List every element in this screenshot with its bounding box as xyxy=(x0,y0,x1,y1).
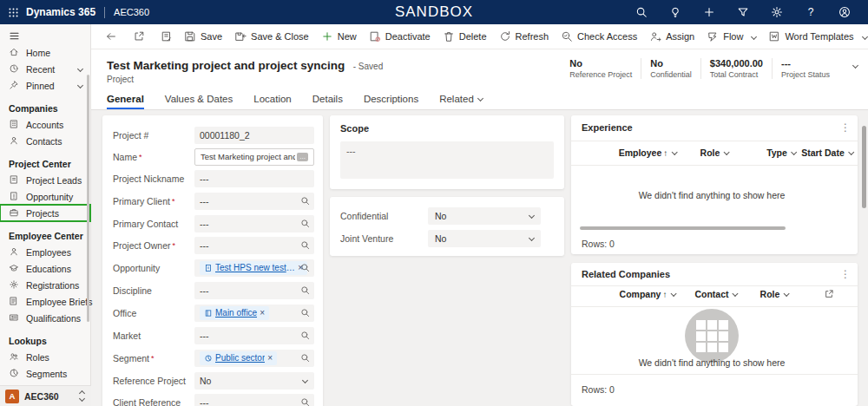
sidebar-item-home[interactable]: Home xyxy=(0,44,90,61)
sidebar-item-accounts[interactable]: Accounts xyxy=(0,116,90,133)
refresh-button[interactable]: Refresh xyxy=(493,26,556,47)
save-and-close-button[interactable]: Save & Close xyxy=(228,26,315,47)
sidebar-item-registrations[interactable]: Registrations xyxy=(0,277,90,293)
app-name[interactable]: AEC360 xyxy=(114,7,149,17)
search-icon[interactable] xyxy=(300,353,310,363)
sidebar-item-opportunity[interactable]: Opportunity xyxy=(0,188,90,205)
tab-values-dates[interactable]: Values & Dates xyxy=(165,94,233,109)
remove-office-icon[interactable]: × xyxy=(260,306,265,320)
check-access-button[interactable]: Check Access xyxy=(555,26,643,47)
avatar[interactable] xyxy=(833,3,856,22)
plus-icon[interactable] xyxy=(698,3,720,22)
office-input[interactable]: Main office × xyxy=(194,304,314,322)
market-input[interactable]: --- xyxy=(194,327,314,344)
search-icon[interactable] xyxy=(300,397,310,406)
flow-button[interactable]: Flow xyxy=(700,26,762,47)
column-company[interactable]: Company↑ xyxy=(620,289,676,299)
segment-link[interactable]: Public sector xyxy=(215,351,265,365)
column-contact[interactable]: Contact xyxy=(694,289,737,299)
open-record-set-button[interactable] xyxy=(128,26,150,47)
app-switcher[interactable]: A AEC360 xyxy=(0,385,91,406)
name-input[interactable]: Test Marketing project and projec ... xyxy=(194,148,314,166)
search-icon[interactable] xyxy=(300,331,310,340)
chevron-down-icon[interactable] xyxy=(77,82,83,88)
summary-total-contract: $340,000.00 Total Contract xyxy=(700,58,772,79)
opportunity-input[interactable]: Test HPS new test opportu... × xyxy=(194,259,314,277)
sidebar-item-educations[interactable]: Educations xyxy=(0,260,90,277)
field-project-owner: Project Owner* --- xyxy=(102,237,323,254)
waffle-menu-icon[interactable] xyxy=(0,0,26,24)
word-templates-button[interactable]: Word Templates xyxy=(762,26,868,47)
assign-button[interactable]: Assign xyxy=(643,26,700,47)
column-type[interactable]: Type xyxy=(766,147,796,158)
sidebar-item-contacts[interactable]: Contacts xyxy=(0,133,90,149)
segment-input[interactable]: Public sector × xyxy=(194,350,314,367)
save-button[interactable]: Save xyxy=(178,26,228,47)
search-icon[interactable] xyxy=(300,196,310,206)
lightbulb-icon[interactable] xyxy=(664,3,687,22)
collapse-header-icon[interactable] xyxy=(852,62,858,69)
open-in-new-icon[interactable] xyxy=(824,289,834,299)
search-icon[interactable] xyxy=(630,3,653,22)
new-button[interactable]: New xyxy=(315,26,363,47)
sidebar-item-qualifications[interactable]: Qualifications xyxy=(0,310,90,326)
column-role[interactable]: Role xyxy=(760,289,789,299)
help-icon[interactable]: ? xyxy=(799,3,822,22)
confidential-select[interactable]: No xyxy=(428,207,541,225)
empty-state-message: We didn't find anything to show here xyxy=(639,357,786,368)
project-nickname-input[interactable]: --- xyxy=(194,170,314,187)
hamburger-icon[interactable] xyxy=(0,27,90,44)
sidebar-scrollbar[interactable] xyxy=(87,75,89,322)
chevron-down-icon xyxy=(783,291,789,297)
dynamics-brand[interactable]: Dynamics 365 xyxy=(26,6,95,18)
client-reference-input[interactable]: --- xyxy=(194,394,314,406)
column-employee[interactable]: Employee↑ xyxy=(619,147,677,158)
sidebar-item-segments[interactable]: Segments xyxy=(0,365,90,382)
gear-icon[interactable] xyxy=(766,3,788,22)
kebab-menu-icon[interactable]: ⋮ xyxy=(840,269,851,279)
office-link[interactable]: Main office xyxy=(215,306,257,320)
tab-location[interactable]: Location xyxy=(253,94,291,109)
sidebar-item-recent[interactable]: Recent xyxy=(0,61,90,77)
deactivate-button[interactable]: Deactivate xyxy=(363,26,437,47)
tab-descriptions[interactable]: Descriptions xyxy=(364,94,418,109)
scope-textarea[interactable]: --- xyxy=(340,141,554,179)
horizontal-scrollbar[interactable] xyxy=(580,226,786,230)
column-role[interactable]: Role xyxy=(700,147,729,158)
sidebar-item-employee-briefs[interactable]: Employee Briefs xyxy=(0,293,90,310)
sidebar-item-employees[interactable]: Employees xyxy=(0,244,90,260)
tab-details[interactable]: Details xyxy=(312,94,343,109)
tab-related[interactable]: Related xyxy=(439,94,483,109)
form-selector-button[interactable] xyxy=(155,26,178,47)
search-icon[interactable] xyxy=(300,308,310,318)
sidebar-item-project-leads[interactable]: Project Leads xyxy=(0,172,90,188)
project-number-input[interactable]: 00001180_2 xyxy=(194,127,314,144)
sidebar-item-roles[interactable]: Roles xyxy=(0,349,90,365)
search-icon[interactable] xyxy=(300,263,310,272)
column-start-date[interactable]: Start Date xyxy=(801,147,853,158)
experience-grid: Experience ⋮ Employee↑ Role Type Start D… xyxy=(571,115,858,254)
search-icon[interactable] xyxy=(300,285,310,295)
project-owner-input[interactable]: --- xyxy=(194,237,314,254)
opportunity-link[interactable]: Test HPS new test opportu... xyxy=(215,261,295,275)
filter-icon[interactable] xyxy=(732,3,754,22)
tab-general[interactable]: General xyxy=(107,94,144,109)
reference-project-select[interactable]: No xyxy=(194,372,314,390)
sidebar-item-pinned[interactable]: Pinned xyxy=(0,77,90,94)
segment-pill: Public sector × xyxy=(200,351,277,365)
page-scrollbar[interactable] xyxy=(862,126,866,208)
kebab-menu-icon[interactable]: ⋮ xyxy=(840,122,851,133)
trash-icon xyxy=(443,30,455,43)
chevron-down-icon[interactable] xyxy=(77,66,83,72)
search-icon[interactable] xyxy=(300,219,310,228)
delete-button[interactable]: Delete xyxy=(437,26,493,47)
remove-segment-icon[interactable]: × xyxy=(267,351,273,365)
joint-venture-select[interactable]: No xyxy=(428,230,541,247)
back-button[interactable] xyxy=(100,26,122,47)
field-segment: Segment* Public sector × xyxy=(102,350,323,367)
primary-client-input[interactable]: --- xyxy=(194,193,314,210)
sidebar-item-projects[interactable]: Projects xyxy=(0,205,90,221)
discipline-input[interactable]: --- xyxy=(194,282,314,299)
search-icon[interactable] xyxy=(300,240,310,250)
primary-contact-input[interactable]: --- xyxy=(194,215,314,232)
